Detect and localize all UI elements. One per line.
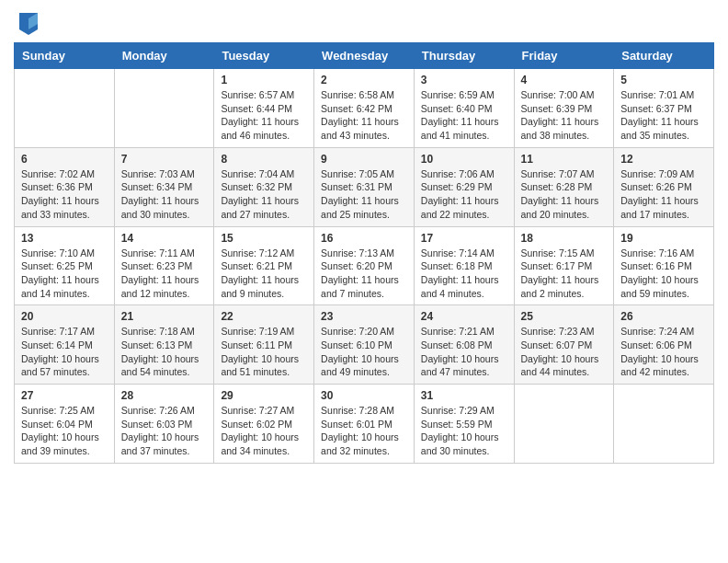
day-info: Sunrise: 7:02 AMSunset: 6:36 PMDaylight:… xyxy=(21,167,108,222)
calendar-week-4: 20Sunrise: 7:17 AMSunset: 6:14 PMDayligh… xyxy=(15,305,714,385)
day-number: 5 xyxy=(620,74,707,86)
day-info: Sunrise: 7:00 AMSunset: 6:39 PMDaylight:… xyxy=(521,88,608,143)
calendar-cell: 6Sunrise: 7:02 AMSunset: 6:36 PMDaylight… xyxy=(15,147,115,226)
day-info: Sunrise: 7:27 AMSunset: 6:02 PMDaylight:… xyxy=(221,404,307,458)
day-info: Sunrise: 7:16 AMSunset: 6:16 PMDaylight:… xyxy=(620,247,707,301)
day-info: Sunrise: 7:14 AMSunset: 6:18 PMDaylight:… xyxy=(421,247,507,301)
day-number: 13 xyxy=(21,232,108,245)
day-info: Sunrise: 7:07 AMSunset: 6:28 PMDaylight:… xyxy=(521,167,608,222)
calendar-cell: 31Sunrise: 7:29 AMSunset: 5:59 PMDayligh… xyxy=(414,385,514,464)
calendar-week-2: 6Sunrise: 7:02 AMSunset: 6:36 PMDaylight… xyxy=(15,147,714,226)
calendar-cell: 16Sunrise: 7:13 AMSunset: 6:20 PMDayligh… xyxy=(314,226,415,305)
day-number: 15 xyxy=(221,232,307,245)
day-number: 12 xyxy=(620,153,707,166)
calendar-cell: 1Sunrise: 6:57 AMSunset: 6:44 PMDaylight… xyxy=(214,69,314,148)
calendar-cell: 13Sunrise: 7:10 AMSunset: 6:25 PMDayligh… xyxy=(15,226,115,305)
day-info: Sunrise: 7:15 AMSunset: 6:17 PMDaylight:… xyxy=(521,247,608,301)
day-info: Sunrise: 7:26 AMSunset: 6:03 PMDaylight:… xyxy=(121,404,208,458)
calendar-cell: 3Sunrise: 6:59 AMSunset: 6:40 PMDaylight… xyxy=(414,69,514,148)
calendar-cell: 12Sunrise: 7:09 AMSunset: 6:26 PMDayligh… xyxy=(614,147,714,226)
day-info: Sunrise: 7:25 AMSunset: 6:04 PMDaylight:… xyxy=(21,404,108,458)
day-number: 20 xyxy=(21,310,108,323)
weekday-header-monday: Monday xyxy=(114,43,214,69)
day-number: 14 xyxy=(121,232,208,245)
calendar-cell: 28Sunrise: 7:26 AMSunset: 6:03 PMDayligh… xyxy=(114,385,214,464)
day-info: Sunrise: 7:12 AMSunset: 6:21 PMDaylight:… xyxy=(221,247,307,301)
day-number: 8 xyxy=(221,153,307,166)
calendar-week-3: 13Sunrise: 7:10 AMSunset: 6:25 PMDayligh… xyxy=(15,226,714,305)
calendar-cell: 19Sunrise: 7:16 AMSunset: 6:16 PMDayligh… xyxy=(614,226,714,305)
calendar-week-5: 27Sunrise: 7:25 AMSunset: 6:04 PMDayligh… xyxy=(15,385,714,464)
day-info: Sunrise: 7:18 AMSunset: 6:13 PMDaylight:… xyxy=(121,325,208,379)
day-number: 29 xyxy=(221,389,307,402)
day-info: Sunrise: 7:01 AMSunset: 6:37 PMDaylight:… xyxy=(620,88,707,143)
day-number: 25 xyxy=(521,310,608,323)
calendar-cell xyxy=(514,385,614,464)
day-info: Sunrise: 7:24 AMSunset: 6:06 PMDaylight:… xyxy=(620,325,707,379)
day-number: 1 xyxy=(221,74,307,86)
calendar-cell xyxy=(614,385,714,464)
day-number: 30 xyxy=(321,389,407,402)
calendar-cell: 18Sunrise: 7:15 AMSunset: 6:17 PMDayligh… xyxy=(514,226,614,305)
calendar-week-1: 1Sunrise: 6:57 AMSunset: 6:44 PMDaylight… xyxy=(15,69,714,148)
header xyxy=(14,9,714,35)
calendar-cell: 26Sunrise: 7:24 AMSunset: 6:06 PMDayligh… xyxy=(614,305,714,385)
logo-icon xyxy=(19,13,38,35)
calendar-cell: 27Sunrise: 7:25 AMSunset: 6:04 PMDayligh… xyxy=(15,385,115,464)
day-number: 24 xyxy=(421,310,507,323)
calendar-cell: 17Sunrise: 7:14 AMSunset: 6:18 PMDayligh… xyxy=(414,226,514,305)
day-info: Sunrise: 7:05 AMSunset: 6:31 PMDaylight:… xyxy=(321,167,407,222)
day-info: Sunrise: 7:13 AMSunset: 6:20 PMDaylight:… xyxy=(321,247,407,301)
day-number: 16 xyxy=(321,232,407,245)
calendar-cell xyxy=(114,69,214,148)
day-number: 9 xyxy=(321,153,407,166)
calendar-cell: 29Sunrise: 7:27 AMSunset: 6:02 PMDayligh… xyxy=(214,385,314,464)
day-info: Sunrise: 6:59 AMSunset: 6:40 PMDaylight:… xyxy=(421,88,507,143)
day-number: 17 xyxy=(421,232,507,245)
weekday-header-row: SundayMondayTuesdayWednesdayThursdayFrid… xyxy=(15,43,714,69)
calendar-cell: 25Sunrise: 7:23 AMSunset: 6:07 PMDayligh… xyxy=(514,305,614,385)
calendar-cell: 15Sunrise: 7:12 AMSunset: 6:21 PMDayligh… xyxy=(214,226,314,305)
day-number: 4 xyxy=(521,74,608,86)
day-number: 27 xyxy=(21,389,108,402)
weekday-header-thursday: Thursday xyxy=(414,43,514,69)
weekday-header-sunday: Sunday xyxy=(15,43,115,69)
day-number: 28 xyxy=(121,389,208,402)
calendar-cell: 9Sunrise: 7:05 AMSunset: 6:31 PMDaylight… xyxy=(314,147,415,226)
calendar-cell: 23Sunrise: 7:20 AMSunset: 6:10 PMDayligh… xyxy=(314,305,415,385)
day-info: Sunrise: 7:09 AMSunset: 6:26 PMDaylight:… xyxy=(620,167,707,222)
day-info: Sunrise: 7:10 AMSunset: 6:25 PMDaylight:… xyxy=(21,247,108,301)
calendar-table: SundayMondayTuesdayWednesdayThursdayFrid… xyxy=(14,42,714,464)
day-info: Sunrise: 7:17 AMSunset: 6:14 PMDaylight:… xyxy=(21,325,108,379)
day-info: Sunrise: 7:21 AMSunset: 6:08 PMDaylight:… xyxy=(421,325,507,379)
calendar-cell: 30Sunrise: 7:28 AMSunset: 6:01 PMDayligh… xyxy=(314,385,415,464)
day-info: Sunrise: 6:58 AMSunset: 6:42 PMDaylight:… xyxy=(321,88,407,143)
day-info: Sunrise: 7:19 AMSunset: 6:11 PMDaylight:… xyxy=(221,325,307,379)
day-number: 22 xyxy=(221,310,307,323)
day-number: 10 xyxy=(421,153,507,166)
day-info: Sunrise: 7:28 AMSunset: 6:01 PMDaylight:… xyxy=(321,404,407,458)
calendar-cell: 2Sunrise: 6:58 AMSunset: 6:42 PMDaylight… xyxy=(314,69,415,148)
logo xyxy=(14,13,38,35)
calendar-cell: 14Sunrise: 7:11 AMSunset: 6:23 PMDayligh… xyxy=(114,226,214,305)
day-info: Sunrise: 6:57 AMSunset: 6:44 PMDaylight:… xyxy=(221,88,307,143)
page: SundayMondayTuesdayWednesdayThursdayFrid… xyxy=(0,0,728,477)
weekday-header-wednesday: Wednesday xyxy=(314,43,415,69)
day-info: Sunrise: 7:04 AMSunset: 6:32 PMDaylight:… xyxy=(221,167,307,222)
day-info: Sunrise: 7:20 AMSunset: 6:10 PMDaylight:… xyxy=(321,325,407,379)
calendar-cell: 10Sunrise: 7:06 AMSunset: 6:29 PMDayligh… xyxy=(414,147,514,226)
calendar-cell: 11Sunrise: 7:07 AMSunset: 6:28 PMDayligh… xyxy=(514,147,614,226)
day-number: 23 xyxy=(321,310,407,323)
calendar-cell: 20Sunrise: 7:17 AMSunset: 6:14 PMDayligh… xyxy=(15,305,115,385)
calendar-cell: 8Sunrise: 7:04 AMSunset: 6:32 PMDaylight… xyxy=(214,147,314,226)
day-number: 26 xyxy=(620,310,707,323)
calendar-cell: 24Sunrise: 7:21 AMSunset: 6:08 PMDayligh… xyxy=(414,305,514,385)
day-number: 7 xyxy=(121,153,208,166)
calendar-cell: 7Sunrise: 7:03 AMSunset: 6:34 PMDaylight… xyxy=(114,147,214,226)
day-number: 2 xyxy=(321,74,407,86)
calendar-cell: 4Sunrise: 7:00 AMSunset: 6:39 PMDaylight… xyxy=(514,69,614,148)
day-info: Sunrise: 7:03 AMSunset: 6:34 PMDaylight:… xyxy=(121,167,208,222)
day-info: Sunrise: 7:11 AMSunset: 6:23 PMDaylight:… xyxy=(121,247,208,301)
day-number: 31 xyxy=(421,389,507,402)
calendar-cell: 22Sunrise: 7:19 AMSunset: 6:11 PMDayligh… xyxy=(214,305,314,385)
